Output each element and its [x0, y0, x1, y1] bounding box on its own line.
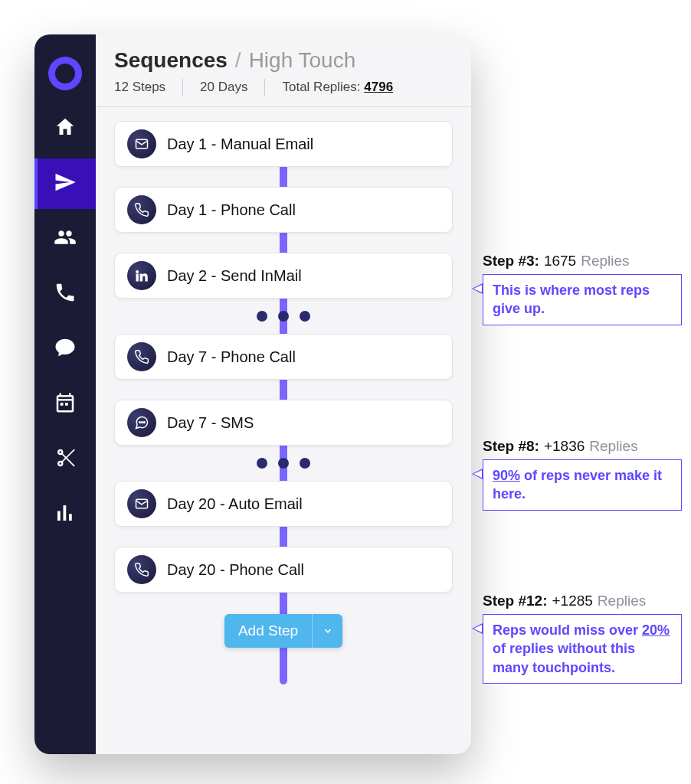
- app-window: Sequences / High Touch 12 Steps 20 Days …: [34, 34, 471, 754]
- sequence-stats: 12 Steps 20 Days Total Replies: 4796: [114, 79, 453, 96]
- total-replies: Total Replies: 4796: [282, 80, 393, 95]
- svg-point-2: [142, 422, 143, 423]
- step-label: Day 1 - Manual Email: [167, 136, 313, 153]
- step-card[interactable]: Day 7 - Phone Call: [114, 334, 453, 380]
- step-label: Day 7 - SMS: [167, 414, 254, 432]
- annotation-text: 90% of reps never make it here.: [483, 459, 682, 511]
- add-step-button[interactable]: Add Step: [224, 614, 342, 648]
- nav-analytics[interactable]: [34, 489, 96, 540]
- nav-send[interactable]: [34, 158, 96, 209]
- divider: [264, 79, 265, 96]
- annotation: Step #3: 1675 Replies This is where most…: [483, 253, 682, 325]
- step-card[interactable]: Day 2 - Send InMail: [114, 253, 453, 299]
- scissors-icon: [54, 446, 77, 472]
- people-icon: [54, 226, 77, 252]
- annotation-step: Step #3:: [483, 253, 539, 270]
- send-icon: [54, 171, 77, 197]
- annotation-step: Step #8:: [483, 438, 539, 455]
- phone-icon: [127, 555, 156, 584]
- total-replies-count[interactable]: 4796: [364, 80, 393, 94]
- email-icon: [127, 129, 156, 158]
- ellipsis: [114, 458, 453, 469]
- phone-icon: [127, 342, 156, 371]
- step-label: Day 20 - Auto Email: [167, 495, 303, 513]
- breadcrumb-section[interactable]: Sequences: [114, 48, 228, 73]
- nav-calendar[interactable]: [34, 379, 96, 430]
- annotation: Step #8: +1836 Replies 90% of reps never…: [483, 438, 682, 511]
- annotation: Step #12: +1285 Replies Reps would miss …: [483, 593, 682, 684]
- annotation-text: Reps would miss over 20% of replies with…: [483, 614, 682, 684]
- steps-count: 12 Steps: [114, 80, 165, 95]
- breadcrumb-current: High Touch: [249, 48, 356, 73]
- main-panel: Sequences / High Touch 12 Steps 20 Days …: [96, 34, 471, 754]
- chat-icon: [54, 336, 77, 362]
- home-icon: [54, 116, 77, 142]
- calendar-icon: [54, 391, 77, 417]
- ellipsis: [114, 311, 453, 322]
- days-count: 20 Days: [200, 80, 247, 95]
- annotation-value: +1285: [552, 593, 592, 609]
- step-card[interactable]: Day 20 - Auto Email: [114, 481, 453, 527]
- annotation-suffix: Replies: [581, 253, 629, 270]
- svg-point-3: [144, 422, 146, 423]
- step-card[interactable]: Day 20 - Phone Call: [114, 547, 453, 593]
- breadcrumb-separator: /: [235, 48, 241, 73]
- sms-icon: [127, 408, 156, 437]
- add-step-label: Add Step: [224, 614, 312, 648]
- svg-point-1: [139, 422, 141, 423]
- step-card[interactable]: Day 7 - SMS: [114, 400, 453, 446]
- step-label: Day 20 - Phone Call: [167, 561, 304, 579]
- breadcrumb: Sequences / High Touch: [114, 48, 453, 73]
- step-label: Day 7 - Phone Call: [167, 348, 296, 366]
- linkedin-icon: [127, 261, 156, 290]
- sidebar-nav: [34, 34, 96, 754]
- phone-icon: [54, 281, 77, 307]
- annotation-step: Step #12:: [483, 593, 547, 609]
- chart-icon: [54, 501, 77, 528]
- annotation-value: +1836: [544, 438, 585, 455]
- annotation-text: This is where most reps give up.: [483, 274, 682, 325]
- logo-icon[interactable]: [34, 48, 96, 99]
- step-card[interactable]: Day 1 - Manual Email: [114, 121, 453, 167]
- step-label: Day 1 - Phone Call: [167, 201, 296, 219]
- divider: [182, 79, 183, 96]
- step-card[interactable]: Day 1 - Phone Call: [114, 187, 453, 233]
- chevron-down-icon[interactable]: [312, 614, 342, 648]
- annotation-suffix: Replies: [589, 438, 637, 455]
- phone-icon: [127, 195, 156, 224]
- nav-people[interactable]: [34, 214, 96, 264]
- nav-call[interactable]: [34, 269, 96, 319]
- nav-scissors[interactable]: [34, 434, 96, 485]
- nav-home[interactable]: [34, 103, 96, 154]
- step-label: Day 2 - Send InMail: [167, 267, 302, 285]
- nav-chat[interactable]: [34, 324, 96, 374]
- email-icon: [127, 489, 156, 518]
- step-list: Day 1 - Manual Email Day 1 - Phone Call …: [114, 121, 453, 648]
- annotation-value: 1675: [544, 253, 576, 270]
- divider: [96, 106, 471, 107]
- annotation-suffix: Replies: [598, 593, 646, 609]
